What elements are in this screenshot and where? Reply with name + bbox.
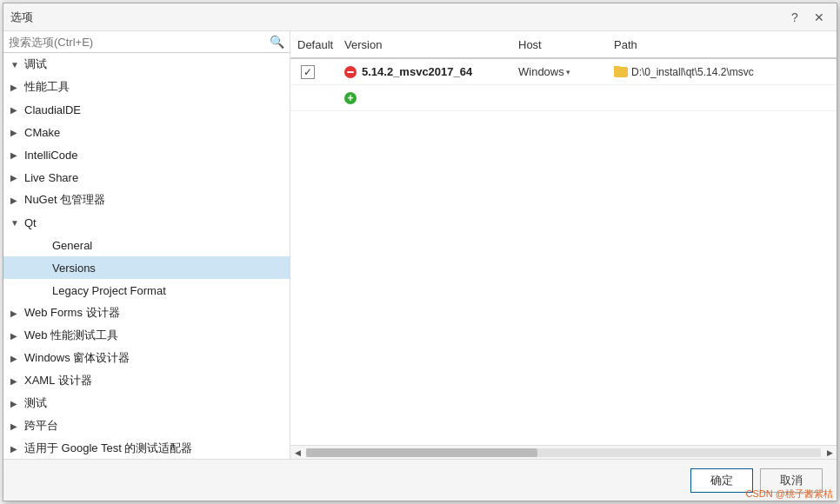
- tree-arrow: ▶: [10, 376, 24, 386]
- table-body: ✓ 5.14.2_msvc2017_64 Windows ▾ D:\0_inst…: [290, 59, 837, 445]
- dialog-body: 🔍 ▼调试▶性能工具▶ClaudialDE▶CMake▶IntelliCode▶…: [3, 31, 837, 459]
- tree-item-debug[interactable]: ▼调试: [3, 53, 290, 76]
- tree-item-crossplatform[interactable]: ▶跨平台: [3, 414, 290, 437]
- tree-arrow: ▶: [10, 331, 24, 341]
- scroll-thumb: [306, 448, 537, 457]
- status-icon: [344, 66, 357, 78]
- tree-item-label: ClaudialDE: [24, 103, 81, 116]
- tree-item-label: Legacy Project Format: [52, 284, 166, 297]
- search-bar: 🔍: [3, 31, 290, 53]
- add-icon: +: [344, 92, 357, 104]
- default-checkbox[interactable]: ✓: [301, 65, 315, 79]
- tree-item-label: NuGet 包管理器: [24, 192, 105, 208]
- tree-arrow: ▶: [10, 83, 24, 92]
- cell-path: D:\0_install\qt\5.14.2\msvc: [614, 66, 837, 78]
- tree-item-qt-versions[interactable]: Versions: [3, 256, 290, 279]
- tree-arrow: ▶: [10, 105, 24, 115]
- tree-item-nuget[interactable]: ▶NuGet 包管理器: [3, 189, 290, 211]
- tree-container: ▼调试▶性能工具▶ClaudialDE▶CMake▶IntelliCode▶Li…: [3, 53, 290, 459]
- help-button[interactable]: ?: [784, 7, 805, 28]
- options-dialog: 选项 ? ✕ 🔍 ▼调试▶性能工具▶ClaudialDE▶CMake▶Intel…: [3, 3, 837, 501]
- tree-item-cmake[interactable]: ▶CMake: [3, 121, 290, 143]
- col-header-host: Host: [518, 38, 614, 51]
- tree-item-liveshare[interactable]: ▶Live Share: [3, 166, 290, 189]
- scroll-track: [306, 448, 821, 457]
- tree-item-perf[interactable]: ▶性能工具: [3, 76, 290, 98]
- host-dropdown[interactable]: Windows ▾: [518, 65, 570, 78]
- host-value: Windows: [518, 65, 564, 78]
- cell-default: ✓: [290, 65, 344, 79]
- tree-item-windows[interactable]: ▶Windows 窗体设计器: [3, 347, 290, 369]
- confirm-button[interactable]: 确定: [690, 468, 753, 493]
- tree-arrow: ▶: [10, 399, 24, 408]
- search-icon[interactable]: 🔍: [270, 35, 284, 49]
- version-text: 5.14.2_msvc2017_64: [362, 65, 472, 78]
- tree-arrow: ▶: [10, 444, 24, 454]
- search-input[interactable]: [9, 36, 270, 49]
- tree-item-label: Web Forms 设计器: [24, 305, 120, 321]
- close-button[interactable]: ✕: [809, 7, 830, 28]
- watermark: CSDN @桃子酱紫桔: [746, 487, 833, 501]
- tree-item-test[interactable]: ▶测试: [3, 392, 290, 414]
- tree-item-qt[interactable]: ▼Qt: [3, 211, 290, 234]
- col-header-version: Version: [344, 38, 518, 51]
- tree-item-xaml[interactable]: ▶XAML 设计器: [3, 369, 290, 392]
- tree-item-label: CMake: [24, 126, 60, 139]
- scroll-left-btn[interactable]: ◀: [290, 446, 304, 460]
- tree-item-label: 适用于 Google Test 的测试适配器: [24, 441, 192, 456]
- title-controls: ? ✕: [784, 7, 830, 28]
- table-row[interactable]: ✓ 5.14.2_msvc2017_64 Windows ▾ D:\0_inst…: [290, 59, 837, 85]
- tree-item-label: 性能工具: [24, 79, 70, 95]
- tree-arrow: ▶: [10, 196, 24, 205]
- path-text: D:\0_install\qt\5.14.2\msvc: [631, 66, 754, 78]
- cell-version: 5.14.2_msvc2017_64: [344, 65, 518, 78]
- tree-item-qt-legacy[interactable]: Legacy Project Format: [3, 279, 290, 302]
- tree-item-label: Windows 窗体设计器: [24, 350, 130, 366]
- tree-item-webperf[interactable]: ▶Web 性能测试工具: [3, 324, 290, 347]
- title-bar: 选项 ? ✕: [3, 3, 837, 31]
- folder-icon: [614, 67, 628, 77]
- tree-item-label: 测试: [24, 395, 47, 411]
- tree-arrow: ▶: [10, 421, 24, 431]
- cell-add-version: +: [344, 92, 518, 104]
- col-header-path: Path: [614, 38, 837, 51]
- tree-item-label: 调试: [24, 56, 47, 72]
- right-panel: Default Version Host Path ✓ 5.14.2_msvc2…: [290, 31, 837, 459]
- tree-item-claudial[interactable]: ▶ClaudialDE: [3, 98, 290, 121]
- scroll-right-btn[interactable]: ▶: [823, 446, 837, 460]
- tree-item-label: Qt: [24, 216, 37, 229]
- tree-arrow: ▶: [10, 128, 24, 137]
- left-panel: 🔍 ▼调试▶性能工具▶ClaudialDE▶CMake▶IntelliCode▶…: [3, 31, 290, 459]
- tree-arrow: ▶: [10, 150, 24, 160]
- table-header: Default Version Host Path: [290, 31, 837, 59]
- tree-item-qt-general[interactable]: General: [3, 234, 290, 256]
- tree-item-label: Live Share: [24, 171, 78, 184]
- tree-item-webforms[interactable]: ▶Web Forms 设计器: [3, 302, 290, 324]
- tree-item-label: XAML 设计器: [24, 373, 92, 388]
- col-header-default: Default: [290, 38, 344, 51]
- add-version-row[interactable]: +: [290, 85, 837, 111]
- tree-item-label: 跨平台: [24, 418, 58, 434]
- tree-item-label: Versions: [52, 262, 96, 275]
- tree-item-label: IntelliCode: [24, 149, 77, 162]
- tree-item-googletest[interactable]: ▶适用于 Google Test 的测试适配器: [3, 437, 290, 459]
- tree-item-label: General: [52, 239, 92, 252]
- bottom-scrollbar: ◀ ▶: [290, 445, 837, 459]
- dialog-title: 选项: [10, 10, 33, 25]
- tree-item-label: Web 性能测试工具: [24, 328, 118, 343]
- tree-item-intellicode[interactable]: ▶IntelliCode: [3, 143, 290, 166]
- tree-arrow: ▶: [10, 308, 24, 318]
- cell-host: Windows ▾: [518, 65, 614, 78]
- tree-arrow: ▼: [10, 218, 24, 228]
- tree-arrow: ▶: [10, 173, 24, 182]
- tree-arrow: ▼: [10, 60, 24, 70]
- dialog-footer: 确定 取消: [3, 459, 837, 501]
- dropdown-arrow-icon: ▾: [566, 68, 570, 76]
- tree-arrow: ▶: [10, 354, 24, 363]
